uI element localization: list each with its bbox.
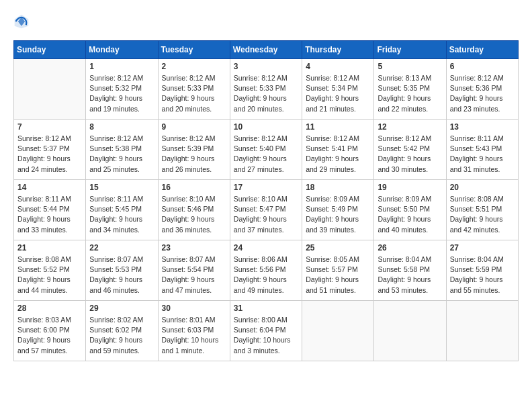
day-number: 28 — [17, 304, 82, 313]
calendar-cell: 1Sunrise: 8:12 AMSunset: 5:32 PMDaylight… — [86, 59, 158, 120]
calendar-cell: 23Sunrise: 8:07 AMSunset: 5:54 PMDayligh… — [158, 240, 230, 301]
day-info: Sunrise: 8:12 AMSunset: 5:41 PMDaylight:… — [306, 134, 370, 175]
calendar-cell: 3Sunrise: 8:12 AMSunset: 5:33 PMDaylight… — [230, 59, 302, 120]
day-info: Sunrise: 8:06 AMSunset: 5:56 PMDaylight:… — [234, 255, 298, 295]
calendar-table: SundayMondayTuesdayWednesdayThursdayFrid… — [13, 40, 519, 361]
calendar-cell: 17Sunrise: 8:10 AMSunset: 5:47 PMDayligh… — [230, 180, 302, 240]
calendar-cell — [374, 301, 446, 361]
day-number: 3 — [234, 62, 298, 71]
day-info: Sunrise: 8:11 AMSunset: 5:44 PMDaylight:… — [17, 194, 82, 235]
calendar-cell: 31Sunrise: 8:00 AMSunset: 6:04 PMDayligh… — [230, 301, 302, 361]
calendar-cell: 16Sunrise: 8:10 AMSunset: 5:46 PMDayligh… — [158, 180, 230, 240]
logo-icon — [13, 13, 30, 30]
day-number: 29 — [89, 304, 154, 313]
day-info: Sunrise: 8:12 AMSunset: 5:33 PMDaylight:… — [234, 73, 298, 114]
day-info: Sunrise: 8:10 AMSunset: 5:47 PMDaylight:… — [234, 194, 298, 235]
calendar-cell: 13Sunrise: 8:11 AMSunset: 5:43 PMDayligh… — [446, 120, 518, 180]
calendar-cell: 15Sunrise: 8:11 AMSunset: 5:45 PMDayligh… — [86, 180, 158, 240]
calendar-cell: 29Sunrise: 8:02 AMSunset: 6:02 PMDayligh… — [86, 301, 158, 361]
day-number: 1 — [89, 62, 154, 71]
calendar-cell: 14Sunrise: 8:11 AMSunset: 5:44 PMDayligh… — [14, 180, 86, 240]
calendar-week-row: 7Sunrise: 8:12 AMSunset: 5:37 PMDaylight… — [14, 120, 519, 180]
day-number: 8 — [89, 122, 154, 132]
calendar-cell: 19Sunrise: 8:09 AMSunset: 5:50 PMDayligh… — [374, 180, 446, 240]
calendar-cell: 28Sunrise: 8:03 AMSunset: 6:00 PMDayligh… — [14, 301, 86, 361]
day-number: 15 — [89, 183, 154, 192]
day-number: 27 — [450, 243, 515, 253]
calendar-cell: 6Sunrise: 8:12 AMSunset: 5:36 PMDaylight… — [446, 59, 518, 120]
calendar-cell: 10Sunrise: 8:12 AMSunset: 5:40 PMDayligh… — [230, 120, 302, 180]
calendar-cell: 22Sunrise: 8:07 AMSunset: 5:53 PMDayligh… — [86, 240, 158, 301]
day-info: Sunrise: 8:01 AMSunset: 6:03 PMDaylight:… — [162, 315, 226, 356]
calendar-week-row: 1Sunrise: 8:12 AMSunset: 5:32 PMDaylight… — [14, 59, 519, 120]
calendar-cell: 11Sunrise: 8:12 AMSunset: 5:41 PMDayligh… — [302, 120, 374, 180]
day-number: 2 — [162, 62, 226, 71]
calendar-cell: 4Sunrise: 8:12 AMSunset: 5:34 PMDaylight… — [302, 59, 374, 120]
day-info: Sunrise: 8:13 AMSunset: 5:35 PMDaylight:… — [378, 73, 442, 114]
day-number: 23 — [162, 243, 226, 253]
calendar-cell: 2Sunrise: 8:12 AMSunset: 5:33 PMDaylight… — [158, 59, 230, 120]
day-number: 31 — [234, 304, 298, 313]
day-info: Sunrise: 8:12 AMSunset: 5:39 PMDaylight:… — [162, 134, 226, 175]
day-info: Sunrise: 8:07 AMSunset: 5:53 PMDaylight:… — [89, 255, 154, 295]
weekday-header-wednesday: Wednesday — [230, 41, 302, 59]
calendar-week-row: 28Sunrise: 8:03 AMSunset: 6:00 PMDayligh… — [14, 301, 519, 361]
day-number: 26 — [378, 243, 442, 253]
calendar-cell: 20Sunrise: 8:08 AMSunset: 5:51 PMDayligh… — [446, 180, 518, 240]
page-header — [13, 13, 519, 30]
day-number: 14 — [17, 183, 82, 192]
weekday-header-friday: Friday — [374, 41, 446, 59]
day-info: Sunrise: 8:11 AMSunset: 5:43 PMDaylight:… — [450, 134, 515, 175]
day-number: 4 — [306, 62, 370, 71]
weekday-header-thursday: Thursday — [302, 41, 374, 59]
weekday-header-sunday: Sunday — [14, 41, 86, 59]
calendar-week-row: 21Sunrise: 8:08 AMSunset: 5:52 PMDayligh… — [14, 240, 519, 301]
weekday-header-row: SundayMondayTuesdayWednesdayThursdayFrid… — [14, 41, 519, 59]
day-number: 22 — [89, 243, 154, 253]
day-info: Sunrise: 8:12 AMSunset: 5:42 PMDaylight:… — [378, 134, 442, 175]
day-number: 5 — [378, 62, 442, 71]
day-info: Sunrise: 8:12 AMSunset: 5:33 PMDaylight:… — [162, 73, 226, 114]
day-number: 18 — [306, 183, 370, 192]
calendar-cell: 27Sunrise: 8:04 AMSunset: 5:59 PMDayligh… — [446, 240, 518, 301]
day-number: 16 — [162, 183, 226, 192]
calendar-cell: 18Sunrise: 8:09 AMSunset: 5:49 PMDayligh… — [302, 180, 374, 240]
day-info: Sunrise: 8:12 AMSunset: 5:40 PMDaylight:… — [234, 134, 298, 175]
calendar-cell: 5Sunrise: 8:13 AMSunset: 5:35 PMDaylight… — [374, 59, 446, 120]
day-info: Sunrise: 8:02 AMSunset: 6:02 PMDaylight:… — [89, 315, 154, 356]
weekday-header-saturday: Saturday — [446, 41, 518, 59]
day-info: Sunrise: 8:04 AMSunset: 5:58 PMDaylight:… — [378, 255, 442, 295]
day-number: 9 — [162, 122, 226, 132]
day-number: 24 — [234, 243, 298, 253]
day-info: Sunrise: 8:03 AMSunset: 6:00 PMDaylight:… — [17, 315, 82, 356]
calendar-cell: 24Sunrise: 8:06 AMSunset: 5:56 PMDayligh… — [230, 240, 302, 301]
calendar-week-row: 14Sunrise: 8:11 AMSunset: 5:44 PMDayligh… — [14, 180, 519, 240]
calendar-cell — [14, 59, 86, 120]
day-number: 6 — [450, 62, 515, 71]
calendar-cell: 8Sunrise: 8:12 AMSunset: 5:38 PMDaylight… — [86, 120, 158, 180]
day-info: Sunrise: 8:10 AMSunset: 5:46 PMDaylight:… — [162, 194, 226, 235]
weekday-header-monday: Monday — [86, 41, 158, 59]
calendar-cell: 25Sunrise: 8:05 AMSunset: 5:57 PMDayligh… — [302, 240, 374, 301]
day-info: Sunrise: 8:08 AMSunset: 5:52 PMDaylight:… — [17, 255, 82, 295]
day-info: Sunrise: 8:00 AMSunset: 6:04 PMDaylight:… — [234, 315, 298, 356]
day-info: Sunrise: 8:04 AMSunset: 5:59 PMDaylight:… — [450, 255, 515, 295]
day-info: Sunrise: 8:09 AMSunset: 5:50 PMDaylight:… — [378, 194, 442, 235]
day-info: Sunrise: 8:08 AMSunset: 5:51 PMDaylight:… — [450, 194, 515, 235]
calendar-cell: 30Sunrise: 8:01 AMSunset: 6:03 PMDayligh… — [158, 301, 230, 361]
day-info: Sunrise: 8:07 AMSunset: 5:54 PMDaylight:… — [162, 255, 226, 295]
day-number: 21 — [17, 243, 82, 253]
day-number: 17 — [234, 183, 298, 192]
calendar-cell — [302, 301, 374, 361]
calendar-cell — [446, 301, 518, 361]
day-info: Sunrise: 8:09 AMSunset: 5:49 PMDaylight:… — [306, 194, 370, 235]
day-number: 20 — [450, 183, 515, 192]
day-number: 25 — [306, 243, 370, 253]
day-info: Sunrise: 8:12 AMSunset: 5:36 PMDaylight:… — [450, 73, 515, 114]
calendar-cell: 21Sunrise: 8:08 AMSunset: 5:52 PMDayligh… — [14, 240, 86, 301]
calendar-cell: 9Sunrise: 8:12 AMSunset: 5:39 PMDaylight… — [158, 120, 230, 180]
calendar-cell: 26Sunrise: 8:04 AMSunset: 5:58 PMDayligh… — [374, 240, 446, 301]
day-number: 11 — [306, 122, 370, 132]
day-info: Sunrise: 8:12 AMSunset: 5:38 PMDaylight:… — [89, 134, 154, 175]
day-info: Sunrise: 8:11 AMSunset: 5:45 PMDaylight:… — [89, 194, 154, 235]
